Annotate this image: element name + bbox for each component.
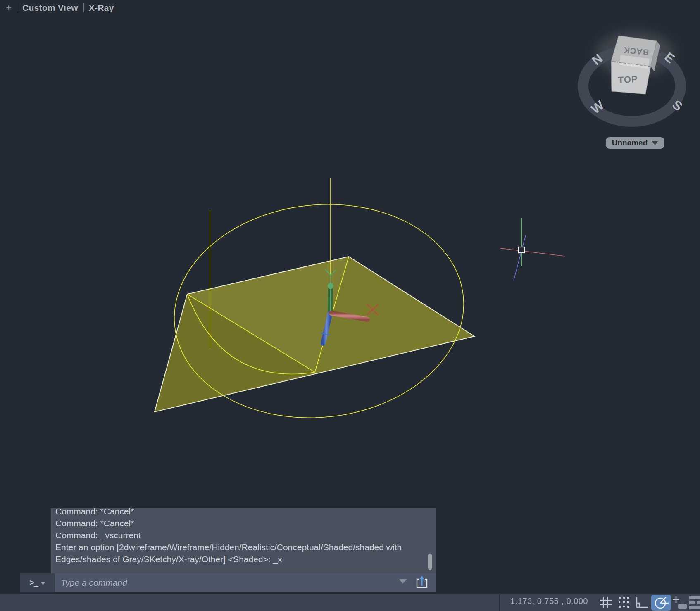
y-axis-cylinder xyxy=(330,287,331,311)
history-line: Edges/shades of Gray/SKetchy/X-ray/Other… xyxy=(55,553,436,565)
share-export-icon[interactable] xyxy=(415,575,429,590)
grid-display-icon[interactable] xyxy=(598,595,613,610)
crosshair-cursor xyxy=(500,218,565,281)
coordinates-readout: 1.173, 0.755 , 0.000 xyxy=(505,597,593,606)
viewcube-top-label[interactable]: TOP xyxy=(618,74,638,85)
isodraft-icon[interactable] xyxy=(651,595,671,611)
history-line: Enter an option [2dwireframe/Wireframe/H… xyxy=(55,541,436,553)
named-view-label: Unnamed xyxy=(612,138,648,147)
viewport-controls: + Custom View X-Ray xyxy=(6,2,114,14)
snap-grid-icon[interactable] xyxy=(617,595,631,610)
named-view-selector[interactable]: Unnamed xyxy=(606,137,664,149)
command-history-panel: Command: *Cancel* Command: *Cancel* Comm… xyxy=(51,508,436,574)
prompt-dropdown-icon xyxy=(40,582,45,585)
dynamic-input-icon[interactable] xyxy=(672,595,688,611)
viewcube[interactable]: N E W S BACK TOP xyxy=(583,31,685,121)
history-line: Command: _vscurrent xyxy=(55,529,436,541)
cursor-x-line xyxy=(500,248,565,256)
input-expand-chevron-icon[interactable] xyxy=(399,579,407,584)
command-prompt-menu[interactable]: >_ xyxy=(20,573,55,592)
viewport-menu-plus-icon[interactable]: + xyxy=(6,2,12,13)
command-input[interactable] xyxy=(55,573,436,592)
history-scrollbar-thumb[interactable] xyxy=(428,554,432,570)
pickbox xyxy=(519,247,524,253)
history-line: Command: *Cancel* xyxy=(55,517,436,529)
status-separator xyxy=(499,594,500,611)
y-axis-cap xyxy=(328,283,334,289)
viewport-visual-style[interactable]: X-Ray xyxy=(89,3,114,13)
separator xyxy=(17,3,17,12)
separator xyxy=(83,3,84,12)
history-line: Command: *Cancel* xyxy=(55,508,436,517)
cursor-z-line xyxy=(514,235,526,281)
autocad-window: N E W S BACK TOP + Custom View X-Ray Unn… xyxy=(0,0,700,611)
chevron-down-icon xyxy=(652,141,658,145)
status-bar xyxy=(0,594,700,611)
cone-solid[interactable] xyxy=(155,257,474,412)
prompt-symbol: >_ xyxy=(29,578,38,587)
viewport-view-name[interactable]: Custom View xyxy=(22,3,78,13)
command-lines-icon[interactable] xyxy=(688,595,700,611)
ortho-mode-icon[interactable] xyxy=(633,595,650,610)
command-input-field[interactable] xyxy=(55,573,436,592)
